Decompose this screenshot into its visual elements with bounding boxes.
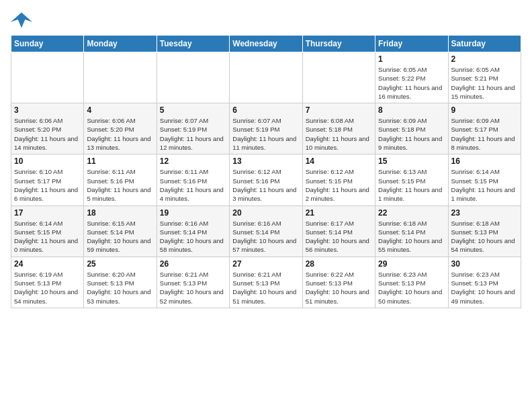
calendar-cell: 23Sunrise: 6:18 AM Sunset: 5:13 PM Dayli… bbox=[448, 205, 521, 257]
calendar-cell: 8Sunrise: 6:09 AM Sunset: 5:18 PM Daylig… bbox=[375, 103, 448, 154]
day-info: Sunrise: 6:09 AM Sunset: 5:18 PM Dayligh… bbox=[378, 116, 445, 152]
day-info: Sunrise: 6:21 AM Sunset: 5:13 PM Dayligh… bbox=[232, 270, 299, 306]
day-info: Sunrise: 6:10 AM Sunset: 5:17 PM Dayligh… bbox=[14, 167, 81, 203]
calendar-cell: 5Sunrise: 6:07 AM Sunset: 5:19 PM Daylig… bbox=[157, 103, 229, 154]
day-info: Sunrise: 6:16 AM Sunset: 5:14 PM Dayligh… bbox=[232, 219, 299, 255]
calendar-cell: 15Sunrise: 6:13 AM Sunset: 5:15 PM Dayli… bbox=[375, 154, 448, 205]
calendar-cell: 30Sunrise: 6:23 AM Sunset: 5:13 PM Dayli… bbox=[448, 257, 521, 308]
day-header-monday: Monday bbox=[84, 36, 157, 52]
day-info: Sunrise: 6:14 AM Sunset: 5:15 PM Dayligh… bbox=[14, 219, 81, 255]
calendar-cell bbox=[157, 52, 229, 103]
day-info: Sunrise: 6:22 AM Sunset: 5:13 PM Dayligh… bbox=[306, 270, 372, 306]
day-info: Sunrise: 6:12 AM Sunset: 5:16 PM Dayligh… bbox=[232, 167, 299, 203]
calendar-cell: 29Sunrise: 6:23 AM Sunset: 5:13 PM Dayli… bbox=[375, 257, 448, 308]
day-number: 13 bbox=[232, 156, 299, 166]
day-number: 24 bbox=[14, 259, 81, 269]
day-number: 22 bbox=[378, 208, 445, 218]
calendar-cell: 9Sunrise: 6:09 AM Sunset: 5:17 PM Daylig… bbox=[448, 103, 521, 154]
calendar-cell: 11Sunrise: 6:11 AM Sunset: 5:16 PM Dayli… bbox=[84, 154, 157, 205]
day-number: 4 bbox=[87, 105, 153, 115]
calendar-cell: 1Sunrise: 6:05 AM Sunset: 5:22 PM Daylig… bbox=[375, 52, 448, 103]
day-number: 14 bbox=[306, 156, 372, 166]
day-info: Sunrise: 6:20 AM Sunset: 5:13 PM Dayligh… bbox=[87, 270, 153, 306]
calendar-cell bbox=[302, 52, 375, 103]
calendar-cell: 20Sunrise: 6:16 AM Sunset: 5:14 PM Dayli… bbox=[230, 205, 302, 257]
day-number: 20 bbox=[232, 208, 299, 218]
day-info: Sunrise: 6:18 AM Sunset: 5:13 PM Dayligh… bbox=[451, 219, 518, 255]
day-header-wednesday: Wednesday bbox=[230, 36, 302, 52]
day-number: 3 bbox=[14, 105, 81, 115]
calendar-week-row: 10Sunrise: 6:10 AM Sunset: 5:17 PM Dayli… bbox=[11, 154, 521, 205]
calendar-cell bbox=[11, 52, 84, 103]
calendar-cell: 26Sunrise: 6:21 AM Sunset: 5:13 PM Dayli… bbox=[157, 257, 229, 308]
day-number: 21 bbox=[306, 208, 372, 218]
day-number: 8 bbox=[378, 105, 445, 115]
day-header-friday: Friday bbox=[375, 36, 448, 52]
day-header-tuesday: Tuesday bbox=[157, 36, 229, 52]
day-info: Sunrise: 6:05 AM Sunset: 5:21 PM Dayligh… bbox=[451, 65, 518, 101]
day-info: Sunrise: 6:23 AM Sunset: 5:13 PM Dayligh… bbox=[451, 270, 518, 306]
day-info: Sunrise: 6:16 AM Sunset: 5:14 PM Dayligh… bbox=[160, 219, 226, 255]
day-info: Sunrise: 6:07 AM Sunset: 5:19 PM Dayligh… bbox=[232, 116, 299, 152]
calendar-cell: 21Sunrise: 6:17 AM Sunset: 5:14 PM Dayli… bbox=[302, 205, 375, 257]
day-number: 15 bbox=[378, 156, 445, 166]
day-info: Sunrise: 6:18 AM Sunset: 5:14 PM Dayligh… bbox=[378, 219, 445, 255]
day-header-thursday: Thursday bbox=[302, 36, 375, 52]
calendar-week-row: 24Sunrise: 6:19 AM Sunset: 5:13 PM Dayli… bbox=[11, 257, 521, 308]
day-number: 19 bbox=[160, 208, 226, 218]
calendar-cell: 6Sunrise: 6:07 AM Sunset: 5:19 PM Daylig… bbox=[230, 103, 302, 154]
day-info: Sunrise: 6:07 AM Sunset: 5:19 PM Dayligh… bbox=[160, 116, 226, 152]
day-info: Sunrise: 6:06 AM Sunset: 5:20 PM Dayligh… bbox=[14, 116, 81, 152]
calendar-cell: 7Sunrise: 6:08 AM Sunset: 5:18 PM Daylig… bbox=[302, 103, 375, 154]
day-number: 7 bbox=[306, 105, 372, 115]
day-number: 23 bbox=[451, 208, 518, 218]
day-header-saturday: Saturday bbox=[448, 36, 521, 52]
day-info: Sunrise: 6:19 AM Sunset: 5:13 PM Dayligh… bbox=[14, 270, 81, 306]
svg-marker-0 bbox=[11, 12, 32, 28]
day-info: Sunrise: 6:05 AM Sunset: 5:22 PM Dayligh… bbox=[378, 65, 445, 101]
day-number: 25 bbox=[87, 259, 153, 269]
calendar-cell: 16Sunrise: 6:14 AM Sunset: 5:15 PM Dayli… bbox=[448, 154, 521, 205]
calendar-cell: 22Sunrise: 6:18 AM Sunset: 5:14 PM Dayli… bbox=[375, 205, 448, 257]
day-info: Sunrise: 6:06 AM Sunset: 5:20 PM Dayligh… bbox=[87, 116, 153, 152]
day-number: 30 bbox=[451, 259, 518, 269]
day-number: 18 bbox=[87, 208, 153, 218]
calendar-cell: 14Sunrise: 6:12 AM Sunset: 5:15 PM Dayli… bbox=[302, 154, 375, 205]
page-header bbox=[11, 11, 521, 30]
logo bbox=[11, 11, 35, 30]
day-info: Sunrise: 6:12 AM Sunset: 5:15 PM Dayligh… bbox=[306, 167, 372, 203]
calendar-week-row: 3Sunrise: 6:06 AM Sunset: 5:20 PM Daylig… bbox=[11, 103, 521, 154]
day-number: 6 bbox=[232, 105, 299, 115]
calendar-header-row: SundayMondayTuesdayWednesdayThursdayFrid… bbox=[11, 36, 521, 52]
day-info: Sunrise: 6:15 AM Sunset: 5:14 PM Dayligh… bbox=[87, 219, 153, 255]
calendar-cell: 18Sunrise: 6:15 AM Sunset: 5:14 PM Dayli… bbox=[84, 205, 157, 257]
day-info: Sunrise: 6:13 AM Sunset: 5:15 PM Dayligh… bbox=[378, 167, 445, 203]
day-number: 10 bbox=[14, 156, 81, 166]
calendar-cell: 25Sunrise: 6:20 AM Sunset: 5:13 PM Dayli… bbox=[84, 257, 157, 308]
day-number: 29 bbox=[378, 259, 445, 269]
day-info: Sunrise: 6:11 AM Sunset: 5:16 PM Dayligh… bbox=[87, 167, 153, 203]
calendar-cell: 17Sunrise: 6:14 AM Sunset: 5:15 PM Dayli… bbox=[11, 205, 84, 257]
calendar-cell: 27Sunrise: 6:21 AM Sunset: 5:13 PM Dayli… bbox=[230, 257, 302, 308]
logo-icon bbox=[11, 11, 32, 30]
day-number: 28 bbox=[306, 259, 372, 269]
calendar-cell: 4Sunrise: 6:06 AM Sunset: 5:20 PM Daylig… bbox=[84, 103, 157, 154]
calendar-cell bbox=[230, 52, 302, 103]
day-info: Sunrise: 6:09 AM Sunset: 5:17 PM Dayligh… bbox=[451, 116, 518, 152]
day-number: 5 bbox=[160, 105, 226, 115]
calendar-table: SundayMondayTuesdayWednesdayThursdayFrid… bbox=[11, 35, 521, 308]
day-number: 16 bbox=[451, 156, 518, 166]
calendar-cell: 3Sunrise: 6:06 AM Sunset: 5:20 PM Daylig… bbox=[11, 103, 84, 154]
day-number: 9 bbox=[451, 105, 518, 115]
calendar-cell: 10Sunrise: 6:10 AM Sunset: 5:17 PM Dayli… bbox=[11, 154, 84, 205]
calendar-cell bbox=[84, 52, 157, 103]
day-number: 26 bbox=[160, 259, 226, 269]
calendar-cell: 24Sunrise: 6:19 AM Sunset: 5:13 PM Dayli… bbox=[11, 257, 84, 308]
day-info: Sunrise: 6:08 AM Sunset: 5:18 PM Dayligh… bbox=[306, 116, 372, 152]
day-number: 11 bbox=[87, 156, 153, 166]
day-number: 1 bbox=[378, 54, 445, 64]
day-number: 27 bbox=[232, 259, 299, 269]
calendar-cell: 2Sunrise: 6:05 AM Sunset: 5:21 PM Daylig… bbox=[448, 52, 521, 103]
calendar-week-row: 17Sunrise: 6:14 AM Sunset: 5:15 PM Dayli… bbox=[11, 205, 521, 257]
day-number: 12 bbox=[160, 156, 226, 166]
